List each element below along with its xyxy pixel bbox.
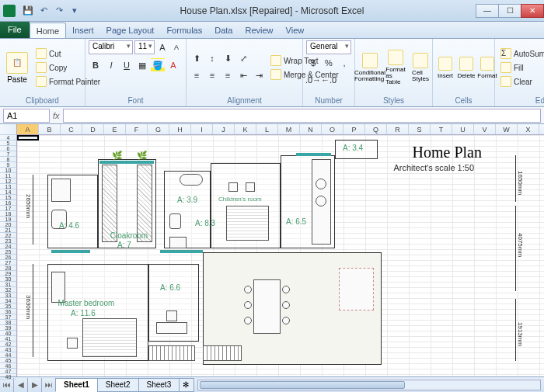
- col-header[interactable]: T: [431, 124, 452, 134]
- tab-data[interactable]: Data: [208, 23, 239, 38]
- tab-formulas[interactable]: Formulas: [160, 23, 208, 38]
- align-top-button[interactable]: ⬆: [190, 51, 204, 65]
- border-button[interactable]: ▦: [135, 58, 149, 72]
- align-middle-button[interactable]: ↕: [205, 51, 219, 65]
- fill-button[interactable]: Fill: [498, 61, 544, 74]
- font-size-dropdown[interactable]: 11: [134, 40, 155, 54]
- col-header[interactable]: R: [387, 124, 409, 134]
- scrollbar-thumb[interactable]: [200, 381, 405, 389]
- new-sheet-button[interactable]: ✻: [179, 378, 194, 392]
- col-header[interactable]: H: [169, 124, 191, 134]
- sheet-tab-1[interactable]: Sheet1: [55, 378, 98, 392]
- fill-color-button[interactable]: 🪣: [151, 58, 165, 72]
- sink-icon: [316, 179, 326, 189]
- percent-format-button[interactable]: %: [322, 56, 336, 70]
- row-header[interactable]: 48: [0, 374, 16, 380]
- dining-table-icon: [253, 279, 281, 334]
- dim-right-3: 1913mm: [517, 322, 524, 346]
- chair-icon: [246, 182, 255, 192]
- col-header[interactable]: V: [474, 124, 496, 134]
- increase-decimal-button[interactable]: .0→: [306, 73, 320, 87]
- orientation-button[interactable]: ⤢: [236, 51, 250, 65]
- col-header[interactable]: W: [496, 124, 518, 134]
- shrink-font-button[interactable]: A: [170, 40, 183, 54]
- font-name-dropdown[interactable]: Calibri: [89, 40, 133, 54]
- tab-review[interactable]: Review: [239, 23, 279, 38]
- increase-indent-button[interactable]: ⇥: [252, 68, 266, 82]
- fx-button[interactable]: fx: [53, 111, 60, 120]
- align-left-button[interactable]: ≡: [190, 68, 204, 82]
- underline-button[interactable]: U: [120, 58, 134, 72]
- bold-button[interactable]: B: [89, 58, 103, 72]
- tab-insert[interactable]: Insert: [66, 23, 100, 38]
- col-header[interactable]: B: [39, 124, 61, 134]
- col-header[interactable]: A: [17, 124, 39, 134]
- tab-home[interactable]: Home: [30, 23, 66, 38]
- formula-input[interactable]: [63, 109, 541, 123]
- cell-styles-button[interactable]: Cell Styles: [410, 40, 431, 95]
- autosum-button[interactable]: ΣAutoSum: [498, 47, 544, 60]
- redo-icon[interactable]: ↷: [53, 5, 65, 17]
- qat-customize-icon[interactable]: ▾: [68, 5, 81, 17]
- decrease-indent-button[interactable]: ⇤: [236, 68, 250, 82]
- conditional-formatting-button[interactable]: Conditional Formatting: [358, 40, 382, 95]
- room-label-a7: A: 7: [117, 241, 131, 249]
- worksheet-grid[interactable]: 4567891011121314151617181920212223242526…: [0, 124, 544, 376]
- cells-area[interactable]: Home Plan Architect's scale 1:50 2650mm …: [17, 135, 544, 376]
- col-header[interactable]: L: [256, 124, 278, 134]
- align-bottom-button[interactable]: ⬇: [221, 51, 235, 65]
- col-header[interactable]: F: [126, 124, 148, 134]
- paste-button[interactable]: 📋Paste: [3, 40, 31, 95]
- sheet-nav-last[interactable]: ⏭: [42, 378, 56, 392]
- col-header[interactable]: C: [61, 124, 82, 134]
- grow-font-button[interactable]: A: [156, 40, 169, 54]
- sheet-tab-2[interactable]: Sheet2: [97, 378, 139, 392]
- room-label-child: Children's room: [218, 196, 262, 203]
- tab-page-layout[interactable]: Page Layout: [100, 23, 161, 38]
- tab-file[interactable]: File: [0, 21, 30, 38]
- undo-icon[interactable]: ↶: [37, 5, 50, 17]
- format-cells-button[interactable]: Format: [478, 40, 497, 95]
- col-header[interactable]: I: [191, 124, 213, 134]
- col-header[interactable]: P: [343, 124, 365, 134]
- col-header[interactable]: D: [82, 124, 104, 134]
- number-format-dropdown[interactable]: General: [306, 40, 351, 54]
- sheet-tab-3[interactable]: Sheet3: [138, 378, 180, 392]
- save-icon[interactable]: 💾: [22, 5, 34, 17]
- horizontal-scrollbar[interactable]: [197, 380, 541, 390]
- sheet-nav-next[interactable]: ▶: [28, 378, 42, 392]
- sheet-nav-first[interactable]: ⏮: [0, 378, 14, 392]
- col-header[interactable]: J: [213, 124, 235, 134]
- format-as-table-button[interactable]: Format as Table: [384, 40, 407, 95]
- sheet-nav-prev[interactable]: ◀: [14, 378, 28, 392]
- tab-view[interactable]: View: [280, 23, 311, 38]
- minimize-button[interactable]: —: [476, 4, 499, 18]
- dim-left-1: 2650mm: [25, 194, 32, 218]
- col-header[interactable]: K: [235, 124, 256, 134]
- decrease-decimal-button[interactable]: ←.0: [322, 73, 336, 87]
- col-header[interactable]: O: [322, 124, 343, 134]
- name-box[interactable]: A1: [3, 109, 50, 123]
- maximize-button[interactable]: ☐: [498, 4, 521, 18]
- comma-format-button[interactable]: ,: [337, 56, 351, 70]
- col-header[interactable]: N: [300, 124, 322, 134]
- col-header[interactable]: S: [409, 124, 431, 134]
- accounting-format-button[interactable]: $: [306, 56, 320, 70]
- col-header[interactable]: M: [278, 124, 300, 134]
- col-header[interactable]: U: [452, 124, 474, 134]
- col-header[interactable]: E: [104, 124, 126, 134]
- clear-button[interactable]: Clear: [498, 75, 544, 88]
- shower-icon: [51, 179, 71, 202]
- delete-cells-button[interactable]: Delete: [457, 40, 476, 95]
- col-header[interactable]: X: [518, 124, 539, 134]
- align-right-button[interactable]: ≡: [221, 68, 235, 82]
- align-center-button[interactable]: ≡: [205, 68, 219, 82]
- close-button[interactable]: ✕: [521, 4, 544, 18]
- rug-icon: [339, 268, 374, 310]
- font-color-button[interactable]: A: [166, 58, 180, 72]
- col-header[interactable]: Q: [365, 124, 387, 134]
- italic-button[interactable]: I: [104, 58, 118, 72]
- col-header[interactable]: G: [148, 124, 169, 134]
- insert-cells-button[interactable]: Insert: [436, 40, 455, 95]
- chair-icon: [282, 317, 290, 324]
